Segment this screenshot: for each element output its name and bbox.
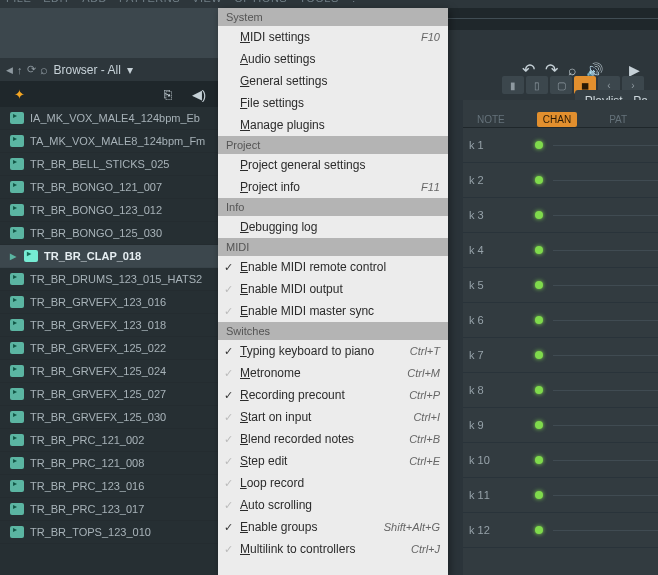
- menu-item[interactable]: Audio settings: [218, 48, 448, 70]
- file-row[interactable]: TR_BR_PRC_123_016: [0, 475, 220, 498]
- refresh-icon[interactable]: [27, 63, 36, 76]
- menu-file[interactable]: FILE: [6, 0, 31, 4]
- track-row[interactable]: k 7: [463, 338, 658, 373]
- track-led-icon[interactable]: [535, 246, 543, 254]
- menu-options[interactable]: OPTIONS: [234, 0, 287, 4]
- menu-item[interactable]: Project infoF11: [218, 176, 448, 198]
- collapse-icon[interactable]: ◀: [6, 65, 13, 75]
- track-row[interactable]: k 12: [463, 513, 658, 548]
- menu-item[interactable]: ✓Enable groupsShift+Alt+G: [218, 516, 448, 538]
- track-led-icon[interactable]: [535, 316, 543, 324]
- file-row[interactable]: TR_BR_GRVEFX_125_022: [0, 337, 220, 360]
- waveform-file-icon: [10, 227, 24, 239]
- file-row[interactable]: ▶TR_BR_CLAP_018: [0, 245, 220, 268]
- menu-add[interactable]: ADD: [82, 0, 107, 4]
- track-name: k 4: [463, 244, 513, 256]
- waveform-file-icon: [10, 319, 24, 331]
- menu-item[interactable]: ✓Loop record: [218, 472, 448, 494]
- menu-item-label: File settings: [240, 96, 440, 110]
- file-row[interactable]: TR_BR_TOPS_123_010: [0, 521, 220, 544]
- menu-item[interactable]: Project general settings: [218, 154, 448, 176]
- menu-patterns[interactable]: PATTERNS: [119, 0, 180, 4]
- track-name: k 9: [463, 419, 513, 431]
- track-row[interactable]: k 8: [463, 373, 658, 408]
- file-row[interactable]: TR_BR_PRC_121_002: [0, 429, 220, 452]
- menu-item[interactable]: General settings: [218, 70, 448, 92]
- header-pat[interactable]: PAT: [603, 112, 633, 127]
- track-row[interactable]: k 3: [463, 198, 658, 233]
- track-row[interactable]: k 5: [463, 268, 658, 303]
- track-led-icon[interactable]: [535, 526, 543, 534]
- menu-item[interactable]: ✓Multilink to controllersCtrl+J: [218, 538, 448, 560]
- track-led-icon[interactable]: [535, 421, 543, 429]
- menu-item[interactable]: Debugging log: [218, 216, 448, 238]
- menu-section-project: Project: [218, 136, 448, 154]
- track-row[interactable]: k 6: [463, 303, 658, 338]
- sound-icon[interactable]: ◀): [192, 87, 206, 102]
- copy-icon[interactable]: ⎘: [164, 87, 172, 102]
- menu-item[interactable]: ✓Step editCtrl+E: [218, 450, 448, 472]
- track-row[interactable]: k 9: [463, 408, 658, 443]
- file-row[interactable]: TR_BR_DRUMS_123_015_HATS2: [0, 268, 220, 291]
- file-row[interactable]: TR_BR_BONGO_123_012: [0, 199, 220, 222]
- track-row[interactable]: k 1: [463, 128, 658, 163]
- menu-item[interactable]: ✓Auto scrolling: [218, 494, 448, 516]
- file-row[interactable]: TR_BR_PRC_121_008: [0, 452, 220, 475]
- search-icon[interactable]: [40, 62, 48, 77]
- menu-item[interactable]: File settings: [218, 92, 448, 114]
- menu-?[interactable]: ?: [351, 0, 358, 4]
- track-led-icon[interactable]: [535, 351, 543, 359]
- file-name: TR_BR_GRVEFX_123_018: [30, 319, 166, 331]
- file-row[interactable]: TA_MK_VOX_MALE8_124bpm_Fm: [0, 130, 220, 153]
- menu-tools[interactable]: TOOLS: [299, 0, 339, 4]
- file-row[interactable]: TR_BR_BONGO_125_030: [0, 222, 220, 245]
- track-led-icon[interactable]: [535, 176, 543, 184]
- track-led-icon[interactable]: [535, 281, 543, 289]
- menu-item[interactable]: ✓Start on inputCtrl+I: [218, 406, 448, 428]
- file-row[interactable]: TR_BR_BELL_STICKS_025: [0, 153, 220, 176]
- file-row[interactable]: TR_BR_GRVEFX_125_030: [0, 406, 220, 429]
- menu-item[interactable]: ✓Blend recorded notesCtrl+B: [218, 428, 448, 450]
- file-row[interactable]: TR_BR_GRVEFX_125_024: [0, 360, 220, 383]
- pill-1[interactable]: ▮: [502, 76, 524, 94]
- file-row[interactable]: TR_BR_GRVEFX_123_016: [0, 291, 220, 314]
- menu-item[interactable]: ✓Enable MIDI master sync: [218, 300, 448, 322]
- track-led-icon[interactable]: [535, 211, 543, 219]
- menu-item[interactable]: ✓Recording precountCtrl+P: [218, 384, 448, 406]
- track-row[interactable]: k 4: [463, 233, 658, 268]
- menu-edit[interactable]: EDIT: [43, 0, 70, 4]
- pill-3[interactable]: ▢: [550, 76, 572, 94]
- file-row[interactable]: TR_BR_GRVEFX_125_027: [0, 383, 220, 406]
- menu-item[interactable]: ✓Typing keyboard to pianoCtrl+T: [218, 340, 448, 362]
- file-row[interactable]: TR_BR_PRC_123_017: [0, 498, 220, 521]
- file-row[interactable]: IA_MK_VOX_MALE4_124bpm_Eb: [0, 107, 220, 130]
- track-led-icon[interactable]: [535, 386, 543, 394]
- menu-item-shortcut: Ctrl+B: [409, 433, 440, 445]
- favorite-icon[interactable]: ✦: [14, 87, 25, 102]
- browser-toolbar: ✦ ⎘ ◀): [0, 81, 220, 107]
- check-icon: ✓: [224, 433, 233, 446]
- menu-item[interactable]: ✓Enable MIDI remote control: [218, 256, 448, 278]
- file-row[interactable]: TR_BR_BONGO_121_007: [0, 176, 220, 199]
- waveform-file-icon: [10, 388, 24, 400]
- track-row[interactable]: k 2: [463, 163, 658, 198]
- up-icon[interactable]: [17, 64, 23, 76]
- menu-item[interactable]: ✓Enable MIDI output: [218, 278, 448, 300]
- dropdown-icon[interactable]: [127, 63, 133, 77]
- header-chan[interactable]: CHAN: [537, 112, 577, 127]
- menu-item[interactable]: ✓MetronomeCtrl+M: [218, 362, 448, 384]
- pill-2[interactable]: ▯: [526, 76, 548, 94]
- track-row[interactable]: k 10: [463, 443, 658, 478]
- header-note[interactable]: NOTE: [471, 112, 511, 127]
- track-row[interactable]: k 11: [463, 478, 658, 513]
- browser-header[interactable]: ◀ Browser - All: [0, 58, 220, 81]
- file-name: TA_MK_VOX_MALE8_124bpm_Fm: [30, 135, 205, 147]
- track-led-icon[interactable]: [535, 491, 543, 499]
- menu-item[interactable]: Manage plugins: [218, 114, 448, 136]
- menu-view[interactable]: VIEW: [192, 0, 222, 4]
- file-row[interactable]: TR_BR_GRVEFX_123_018: [0, 314, 220, 337]
- menu-item-shortcut: F11: [421, 181, 440, 193]
- track-led-icon[interactable]: [535, 141, 543, 149]
- menu-item[interactable]: MIDI settingsF10: [218, 26, 448, 48]
- track-led-icon[interactable]: [535, 456, 543, 464]
